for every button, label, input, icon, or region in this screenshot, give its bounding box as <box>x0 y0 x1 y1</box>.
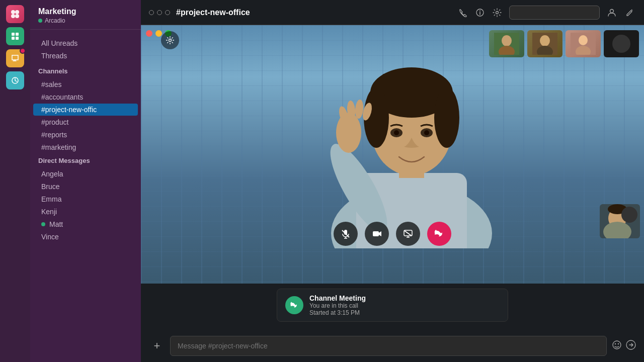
svg-point-12 <box>496 11 499 14</box>
svg-point-56 <box>618 343 619 344</box>
call-subtitle: You are in this call <box>309 302 500 309</box>
video-call-area <box>141 25 644 284</box>
sidebar-item-all-unreads[interactable]: All Unreads <box>33 37 138 49</box>
workspace-name[interactable]: Marketing <box>38 7 133 16</box>
search-box[interactable] <box>509 6 600 20</box>
sidebar-item-kenji[interactable]: Kenji <box>33 206 138 218</box>
sidebar-item-accountants[interactable]: #accountants <box>33 91 138 103</box>
participants-bar <box>489 30 639 57</box>
channels-title: Channels <box>30 64 141 78</box>
svg-point-13 <box>610 9 614 13</box>
message-input[interactable] <box>170 336 607 356</box>
workspace-header: Marketing Arcadio <box>30 0 141 30</box>
video-settings-button[interactable] <box>161 31 179 49</box>
participant-mini-container[interactable] <box>600 204 640 238</box>
nav-icon-dms[interactable] <box>6 49 24 67</box>
status-indicator <box>38 19 42 23</box>
dm-title: Direct Messages <box>30 154 141 167</box>
compose-icon[interactable] <box>624 7 636 19</box>
channel-title: #project-new-office <box>176 8 451 17</box>
icon-bar <box>0 0 30 362</box>
chat-area: Channel Meeting You are in this call Sta… <box>141 284 644 332</box>
svg-point-0 <box>11 10 15 14</box>
sidebar: Marketing Arcadio All Unreads Threads Ch… <box>30 0 141 362</box>
sidebar-item-sales[interactable]: #sales <box>33 78 138 90</box>
dot-2 <box>157 10 162 15</box>
svg-point-22 <box>579 35 588 45</box>
workspace-logo[interactable] <box>6 5 24 23</box>
online-indicator <box>41 222 45 226</box>
message-input-icons <box>612 340 636 352</box>
topbar-icons <box>457 7 503 19</box>
emoji-button[interactable] <box>612 340 622 352</box>
dm-badge <box>20 48 26 54</box>
svg-point-1 <box>15 10 19 14</box>
svg-point-36 <box>336 113 361 153</box>
channels-section: Channels #sales #accountants #project-ne… <box>30 64 141 154</box>
svg-rect-4 <box>12 37 15 40</box>
svg-point-2 <box>11 14 15 18</box>
svg-rect-5 <box>16 37 19 40</box>
call-notification: Channel Meeting You are in this call Sta… <box>277 289 508 322</box>
svg-point-55 <box>615 343 616 344</box>
svg-point-11 <box>479 10 480 11</box>
settings-icon[interactable] <box>491 7 503 19</box>
svg-rect-49 <box>373 231 379 236</box>
participant-avatar <box>612 35 630 53</box>
svg-point-54 <box>613 341 621 349</box>
svg-point-33 <box>394 130 399 135</box>
end-call-button[interactable] <box>427 222 451 246</box>
main-content: #project-new-office <box>141 0 644 362</box>
nav-section: All Unreads Threads <box>30 30 141 64</box>
sidebar-item-matt[interactable]: Matt <box>33 218 138 230</box>
topbar-window-dots <box>149 10 170 15</box>
svg-point-14 <box>169 39 172 42</box>
minimize-button[interactable] <box>155 30 162 37</box>
participant-thumb-4[interactable] <box>604 30 639 57</box>
call-time: Started at 3:15 PM <box>309 309 500 316</box>
info-icon[interactable] <box>474 7 486 19</box>
sidebar-item-threads[interactable]: Threads <box>33 50 138 62</box>
main-speaker <box>316 32 507 248</box>
svg-point-39 <box>354 99 364 119</box>
sidebar-item-marketing[interactable]: #marketing <box>33 141 138 153</box>
phone-icon[interactable] <box>457 7 469 19</box>
sidebar-item-emma[interactable]: Emma <box>33 193 138 205</box>
attach-button[interactable]: + <box>149 338 165 354</box>
message-input-bar: + <box>141 332 644 362</box>
svg-rect-6 <box>12 33 15 36</box>
svg-point-34 <box>424 130 429 135</box>
call-notification-icon <box>285 296 303 314</box>
mute-button[interactable] <box>334 222 358 246</box>
svg-point-30 <box>434 87 459 148</box>
nav-icon-activity[interactable] <box>6 71 24 89</box>
dot-3 <box>165 10 170 15</box>
call-title: Channel Meeting <box>309 294 500 302</box>
sidebar-item-angela[interactable]: Angela <box>33 168 138 180</box>
participant-thumb-3[interactable] <box>566 30 601 57</box>
search-input[interactable] <box>514 9 595 16</box>
participant-thumb-2[interactable] <box>527 30 562 57</box>
screen-share-button[interactable] <box>396 222 420 246</box>
svg-line-53 <box>405 231 412 236</box>
close-button[interactable] <box>146 30 152 37</box>
participant-thumb-1[interactable] <box>489 30 524 57</box>
call-notification-text: Channel Meeting You are in this call Sta… <box>309 294 500 316</box>
send-button[interactable] <box>626 340 636 352</box>
svg-point-19 <box>540 35 550 46</box>
user-icon[interactable] <box>606 7 618 19</box>
camera-button[interactable] <box>365 222 389 246</box>
sidebar-item-bruce[interactable]: Bruce <box>33 180 138 193</box>
call-controls <box>334 222 451 246</box>
person-svg <box>316 32 507 248</box>
sidebar-item-vince[interactable]: Vince <box>33 231 138 243</box>
svg-point-3 <box>15 14 19 18</box>
sidebar-item-project-new-office[interactable]: #project-new-offic <box>33 104 138 116</box>
topbar: #project-new-office <box>141 0 644 25</box>
participant-bottom-right <box>600 204 640 238</box>
nav-icon-home[interactable] <box>6 27 24 45</box>
svg-rect-7 <box>16 33 19 36</box>
user-name: Arcadio <box>45 17 65 24</box>
sidebar-item-reports[interactable]: #reports <box>33 129 138 141</box>
sidebar-item-product[interactable]: #product <box>33 116 138 128</box>
